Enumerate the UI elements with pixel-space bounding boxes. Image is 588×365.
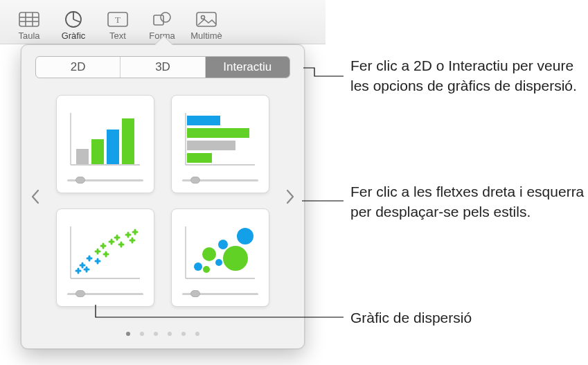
shape-icon [150,10,175,29]
svg-point-29 [202,247,216,261]
svg-point-31 [218,240,228,249]
prev-page-button[interactable] [26,183,45,211]
chart-option-scatter[interactable] [56,208,154,307]
svg-point-32 [215,259,222,266]
chart-picker-popover: 2D 3D Interactiu [21,44,305,349]
svg-rect-14 [76,149,89,164]
toolbar-item-multimedia[interactable]: Multimè [184,10,229,41]
page-dot[interactable] [168,332,172,336]
svg-rect-22 [187,141,235,150]
svg-point-34 [237,228,253,244]
next-page-button[interactable] [280,183,300,211]
style-slider[interactable] [67,290,143,297]
svg-text:T: T [115,15,121,25]
chevron-left-icon [30,189,40,204]
toolbar-item-text[interactable]: T Text [96,10,140,41]
pie-chart-icon [61,10,86,29]
toolbar-item-taula[interactable]: Taula [7,10,51,41]
svg-rect-15 [91,139,104,164]
svg-rect-17 [122,118,134,164]
style-slider[interactable] [67,177,143,184]
svg-rect-21 [187,128,249,138]
tab-2d[interactable]: 2D [36,57,121,78]
page-dot[interactable] [140,332,144,336]
vertical-bars-icon [64,106,147,172]
svg-point-28 [194,262,202,271]
style-slider[interactable] [182,177,258,184]
chart-type-segmented: 2D 3D Interactiu [35,56,290,78]
callout-scatter: Gràfic de dispersió [350,308,472,328]
horizontal-bars-icon [179,106,262,172]
tab-interactive[interactable]: Interactiu [206,57,289,78]
toolbar-item-label: Text [109,30,126,41]
callout-tabs: Fer clic a 2D o Interactiu per veure les… [350,55,586,96]
chart-thumbnail-grid [56,95,269,307]
toolbar-item-label: Gràfic [62,30,86,41]
tab-3d[interactable]: 3D [121,57,205,78]
scatter-icon [64,220,147,286]
svg-rect-20 [187,116,220,125]
chevron-right-icon [285,189,295,204]
svg-rect-23 [187,153,212,163]
svg-point-9 [161,12,170,22]
media-icon [194,10,219,29]
style-slider[interactable] [182,290,258,297]
svg-point-33 [223,246,248,271]
svg-point-11 [202,16,205,19]
page-dot[interactable] [181,332,186,336]
bubble-icon [179,220,262,286]
toolbar-item-label: Taula [18,30,39,41]
table-icon [17,10,42,29]
toolbar-item-label: Multimè [190,30,222,41]
toolbar-item-grafic[interactable]: Gràfic [51,10,96,41]
chart-option-bubble[interactable] [171,208,269,307]
page-dot[interactable] [195,332,199,336]
svg-rect-16 [107,130,119,164]
page-dots [21,332,304,336]
chart-option-horizontal-bars[interactable] [171,95,269,193]
svg-point-30 [203,266,210,273]
svg-rect-0 [19,12,39,26]
text-icon: T [105,10,130,29]
chart-option-vertical-bars[interactable] [56,95,154,193]
callout-arrows: Fer clic a les fletxes dreta i esquerra … [350,181,586,222]
page-dot[interactable] [126,332,130,336]
page-dot[interactable] [154,332,158,336]
